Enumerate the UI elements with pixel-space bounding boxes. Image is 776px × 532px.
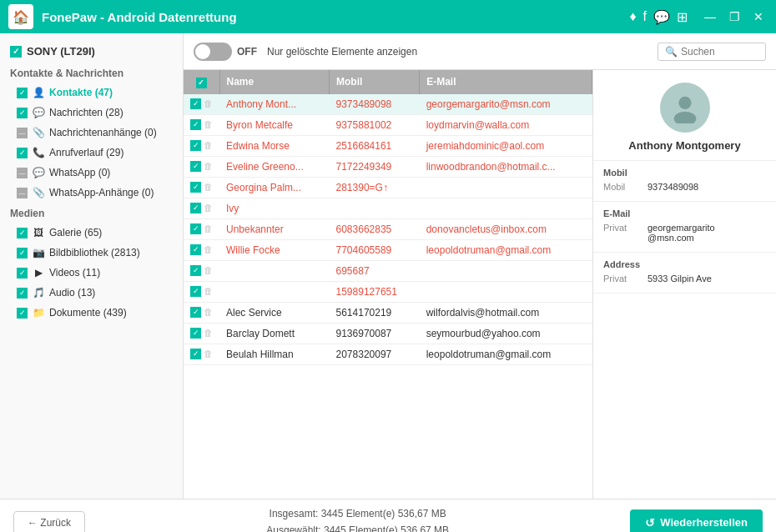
row-check-cell[interactable]: 🗑 bbox=[184, 94, 219, 113]
toggle-switch[interactable]: OFF bbox=[194, 43, 257, 61]
delete-icon[interactable]: 🗑 bbox=[204, 98, 213, 108]
library-checkbox[interactable] bbox=[17, 248, 28, 258]
row-checkbox[interactable] bbox=[190, 223, 201, 234]
whatsapp-attach-label: WhatsApp-Anhänge (0) bbox=[49, 187, 154, 198]
detail-contact-name: Anthony Montgomery bbox=[628, 139, 740, 152]
table-row[interactable]: 🗑 Edwina Morse 2516684161 jeremiahdomini… bbox=[184, 135, 592, 156]
delete-icon[interactable]: 🗑 bbox=[204, 182, 213, 192]
home-icon[interactable]: 🏠 bbox=[8, 4, 33, 29]
row-check-cell[interactable]: 🗑 bbox=[184, 344, 219, 364]
sidebar-item-contacts[interactable]: 👤 Kontakte (47) bbox=[0, 83, 183, 103]
detail-mobile-label: Mobil bbox=[603, 182, 641, 192]
audio-checkbox[interactable] bbox=[17, 288, 28, 299]
audio-label: Audio (13) bbox=[49, 287, 95, 299]
restore-button[interactable]: ❐ bbox=[725, 8, 744, 25]
row-checkbox[interactable] bbox=[190, 203, 201, 213]
table-row[interactable]: 🗑 Anthony Mont... 9373489098 georgemarga… bbox=[184, 94, 592, 115]
row-check-cell[interactable]: 🗑 bbox=[184, 303, 219, 322]
table-row[interactable]: 🗑 Alec Service 5614170219 wilfordalvis@h… bbox=[184, 302, 592, 323]
row-checkbox[interactable] bbox=[190, 328, 201, 339]
row-check-cell[interactable]: 🗑 bbox=[184, 219, 219, 238]
delete-icon[interactable]: 🗑 bbox=[204, 223, 213, 233]
sidebar-item-messages[interactable]: 💬 Nachrichten (28) bbox=[0, 103, 183, 123]
row-checkbox[interactable] bbox=[190, 119, 201, 130]
delete-icon[interactable]: 🗑 bbox=[204, 119, 213, 129]
table-row[interactable]: 🗑 Unbekannter 6083662835 donovancletus@i… bbox=[184, 218, 592, 239]
table-row[interactable]: 🗑 Ivy bbox=[184, 198, 592, 218]
row-check-cell[interactable]: 🗑 bbox=[184, 261, 219, 280]
row-mobile: 9373489098 bbox=[330, 94, 420, 115]
avatar-icon bbox=[669, 92, 701, 123]
delete-icon[interactable]: 🗑 bbox=[204, 286, 213, 296]
row-checkbox[interactable] bbox=[190, 182, 201, 193]
table-row[interactable]: 🗑 Willie Focke 7704605589 leopoldotruman… bbox=[184, 239, 592, 260]
device-checkbox[interactable] bbox=[10, 46, 22, 58]
select-all-checkbox[interactable] bbox=[196, 78, 207, 88]
row-check-cell[interactable]: 🗑 bbox=[184, 324, 219, 343]
contacts-checkbox[interactable] bbox=[17, 88, 28, 98]
row-check-cell[interactable]: 🗑 bbox=[184, 240, 219, 259]
restore-button[interactable]: ↺ Wiederherstellen bbox=[630, 509, 763, 533]
table-row[interactable]: 🗑 15989127651 bbox=[184, 281, 592, 302]
restore-icon: ↺ bbox=[645, 516, 655, 529]
messages-checkbox[interactable] bbox=[17, 108, 28, 118]
row-checkbox[interactable] bbox=[190, 286, 201, 297]
table-row[interactable]: 🗑 Eveline Greeno... 7172249349 linwoodbr… bbox=[184, 156, 592, 177]
row-check-cell[interactable]: 🗑 bbox=[184, 282, 219, 301]
delete-icon[interactable]: 🗑 bbox=[204, 244, 213, 254]
row-check-cell[interactable]: 🗑 bbox=[184, 115, 219, 134]
delete-icon[interactable]: 🗑 bbox=[204, 265, 213, 275]
window-controls: — ❐ ✕ bbox=[700, 8, 768, 25]
table-row[interactable]: 🗑 Barclay Domett 9136970087 seymourbud@y… bbox=[184, 323, 592, 344]
sidebar-item-whatsapp[interactable]: 💬 WhatsApp (0) bbox=[0, 163, 183, 183]
delete-icon[interactable]: 🗑 bbox=[204, 328, 213, 338]
detail-email-row: Privat georgemargarito@msn.com bbox=[603, 223, 766, 243]
sidebar-item-whatsapp-attach[interactable]: 📎 WhatsApp-Anhänge (0) bbox=[0, 183, 183, 203]
row-checkbox[interactable] bbox=[190, 140, 201, 151]
search-input[interactable] bbox=[681, 46, 764, 58]
sidebar-item-library[interactable]: 📷 Bildbibliothek (2813) bbox=[0, 243, 183, 263]
device-label[interactable]: SONY (LT29I) bbox=[0, 40, 183, 63]
row-check-cell[interactable]: 🗑 bbox=[184, 198, 219, 218]
sidebar-item-videos[interactable]: ▶ Videos (11) bbox=[0, 263, 183, 283]
row-check-cell[interactable]: 🗑 bbox=[184, 136, 219, 155]
col-check[interactable] bbox=[184, 70, 219, 94]
msg-attach-checkbox[interactable] bbox=[17, 128, 28, 138]
row-checkbox[interactable] bbox=[190, 349, 201, 359]
close-button[interactable]: ✕ bbox=[749, 8, 768, 25]
table-row[interactable]: 🗑 Georgina Palm... 281390=G↑ bbox=[184, 177, 592, 198]
row-checkbox[interactable] bbox=[190, 98, 201, 109]
search-box[interactable]: 🔍 bbox=[658, 43, 766, 61]
sidebar-item-docs[interactable]: 📁 Dokumente (439) bbox=[0, 303, 183, 323]
calllog-checkbox[interactable] bbox=[17, 148, 28, 158]
videos-checkbox[interactable] bbox=[17, 268, 28, 279]
detail-email-value: georgemargarito@msn.com bbox=[648, 223, 715, 243]
row-checkbox[interactable] bbox=[190, 307, 201, 318]
back-button[interactable]: ← Zurück bbox=[13, 511, 85, 533]
sidebar-item-calllog[interactable]: 📞 Anrufverlauf (29) bbox=[0, 143, 183, 163]
selected-label: Ausgewählt: 3445 Element(e) 536,67 MB bbox=[85, 523, 630, 533]
audio-icon: 🎵 bbox=[32, 286, 45, 299]
delete-icon[interactable]: 🗑 bbox=[204, 307, 213, 317]
gallery-checkbox[interactable] bbox=[17, 228, 28, 238]
sidebar-item-gallery[interactable]: 🖼 Galerie (65) bbox=[0, 223, 183, 243]
whatsapp-checkbox[interactable] bbox=[17, 168, 28, 178]
row-checkbox[interactable] bbox=[190, 244, 201, 255]
row-check-cell[interactable]: 🗑 bbox=[184, 157, 219, 176]
sidebar-item-audio[interactable]: 🎵 Audio (13) bbox=[0, 283, 183, 303]
row-checkbox[interactable] bbox=[190, 161, 201, 172]
row-checkbox[interactable] bbox=[190, 265, 201, 276]
docs-checkbox[interactable] bbox=[17, 308, 28, 319]
whatsapp-attach-checkbox[interactable] bbox=[17, 188, 28, 198]
minimize-button[interactable]: — bbox=[700, 8, 720, 25]
delete-icon[interactable]: 🗑 bbox=[204, 161, 213, 171]
sidebar-item-msg-attachments[interactable]: 📎 Nachrichtenanhänge (0) bbox=[0, 123, 183, 143]
delete-icon[interactable]: 🗑 bbox=[204, 349, 213, 359]
row-check-cell[interactable]: 🗑 bbox=[184, 178, 219, 197]
delete-icon[interactable]: 🗑 bbox=[204, 203, 213, 213]
table-row[interactable]: 🗑 Beulah Hillman 2078320097 leopoldotrum… bbox=[184, 344, 592, 364]
table-row[interactable]: 🗑 Byron Metcalfe 9375881002 loydmarvin@w… bbox=[184, 114, 592, 135]
delete-icon[interactable]: 🗑 bbox=[204, 140, 213, 150]
toggle-track[interactable] bbox=[194, 43, 232, 61]
table-row[interactable]: 🗑 695687 bbox=[184, 260, 592, 281]
